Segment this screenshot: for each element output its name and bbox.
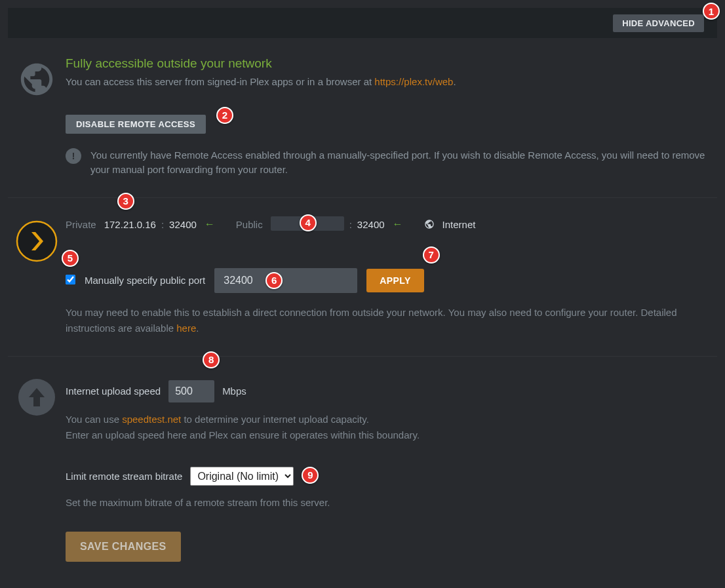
plex-icon-col: [8, 216, 66, 336]
top-bar: HIDE ADVANCED 1: [8, 8, 717, 38]
hide-advanced-button[interactable]: HIDE ADVANCED: [613, 14, 704, 32]
info-icon: !: [66, 148, 81, 164]
annotation-badge-9: 9: [302, 467, 319, 484]
upload-section: Internet upload speed 8 Mbps You can use…: [8, 357, 717, 581]
upload-speed-label: Internet upload speed: [66, 385, 161, 397]
annotation-badge-4: 4: [300, 214, 317, 231]
globe-small-icon: [424, 219, 435, 229]
upload-help-suffix: to determine your internet upload capaci…: [181, 414, 369, 425]
plex-logo-icon: [16, 220, 58, 262]
save-changes-button[interactable]: SAVE CHANGES: [66, 532, 181, 562]
manual-port-help: You may need to enable this to establish…: [66, 305, 707, 336]
network-body: Private 172.21.0.16 3 : 32400 ← Public 4…: [66, 216, 717, 336]
upload-help-prefix: You can use: [66, 414, 122, 425]
bitrate-help: Set the maximum bitrate of a remote stre…: [66, 495, 707, 511]
speedtest-link[interactable]: speedtest.net: [122, 414, 181, 425]
upload-speed-row: Internet upload speed 8 Mbps: [66, 380, 707, 402]
public-label: Public: [236, 219, 263, 230]
content: Fully accessible outside your network Yo…: [0, 38, 725, 581]
private-port: 32400: [169, 219, 197, 230]
info-text: You currently have Remote Access enabled…: [90, 148, 707, 178]
upload-help: You can use speedtest.net to determine y…: [66, 412, 707, 443]
help-prefix: You may need to enable this to establish…: [66, 307, 677, 334]
annotation-badge-8: 8: [203, 351, 220, 368]
period-2: .: [196, 323, 199, 334]
bitrate-label: Limit remote stream bitrate: [66, 471, 182, 482]
private-label: Private: [66, 219, 96, 230]
plex-web-link[interactable]: https://plex.tv/web: [374, 76, 453, 87]
globe-icon-col: [8, 56, 66, 178]
colon-2: :: [349, 219, 352, 230]
bitrate-row: Limit remote stream bitrate Original (No…: [66, 467, 707, 486]
svg-point-0: [17, 222, 56, 261]
annotation-badge-2: 2: [216, 107, 233, 124]
network-section: Private 172.21.0.16 3 : 32400 ← Public 4…: [8, 198, 717, 357]
upload-speed-unit: Mbps: [222, 385, 246, 397]
arrow-left-icon-2: ←: [393, 218, 403, 230]
arrow-left-icon: ←: [205, 218, 215, 230]
help-link[interactable]: here: [176, 323, 196, 334]
manual-port-label: Manually specify public port: [85, 275, 205, 286]
private-ip: 172.21.0.16: [104, 219, 156, 230]
upload-speed-input[interactable]: [168, 380, 214, 402]
manual-port-input[interactable]: [214, 268, 357, 293]
upload-arrow-icon: [18, 379, 55, 416]
access-title: Fully accessible outside your network: [66, 56, 707, 71]
bitrate-select[interactable]: Original (No limit): [190, 467, 294, 486]
annotation-badge-6: 6: [265, 272, 283, 289]
disable-remote-access-button[interactable]: DISABLE REMOTE ACCESS: [66, 115, 206, 134]
manual-port-row: 5 Manually specify public port 6 APPLY 7: [66, 268, 707, 293]
manual-port-checkbox[interactable]: [66, 275, 75, 284]
access-section: Fully accessible outside your network Yo…: [8, 38, 717, 198]
info-row: ! You currently have Remote Access enabl…: [66, 148, 707, 178]
upload-body: Internet upload speed 8 Mbps You can use…: [66, 375, 717, 562]
upload-icon-col: [8, 375, 66, 562]
colon: :: [161, 219, 164, 230]
access-desc: You can access this server from signed-i…: [66, 75, 707, 90]
network-row: Private 172.21.0.16 3 : 32400 ← Public 4…: [66, 216, 707, 233]
period: .: [453, 76, 456, 87]
annotation-badge-1: 1: [703, 3, 720, 20]
annotation-badge-7: 7: [423, 246, 440, 264]
upload-help-line2: Enter an upload speed here and Plex can …: [66, 429, 420, 441]
annotation-badge-5: 5: [62, 250, 79, 267]
access-body: Fully accessible outside your network Yo…: [66, 56, 717, 178]
access-desc-text: You can access this server from signed-i…: [66, 76, 374, 87]
annotation-badge-3: 3: [117, 193, 134, 210]
globe-icon: [18, 60, 56, 98]
public-port: 32400: [357, 219, 385, 230]
apply-button[interactable]: APPLY: [366, 269, 423, 292]
internet-label: Internet: [442, 219, 476, 230]
